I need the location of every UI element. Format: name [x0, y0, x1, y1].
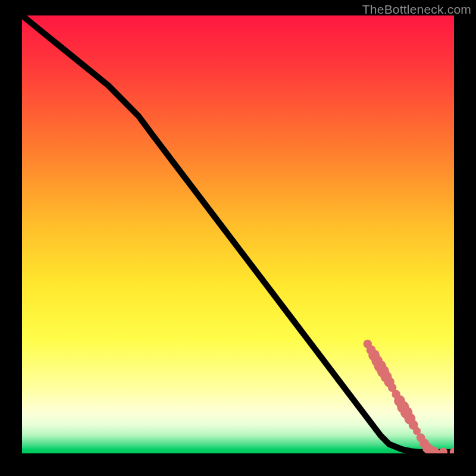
scatter-points — [364, 340, 454, 453]
stage: TheBottleneck.com — [0, 0, 476, 476]
plot-area — [22, 15, 454, 453]
watermark-text: TheBottleneck.com — [362, 2, 471, 17]
chart-overlay — [22, 15, 454, 453]
scatter-point — [439, 447, 448, 453]
scatter-point — [450, 447, 454, 453]
